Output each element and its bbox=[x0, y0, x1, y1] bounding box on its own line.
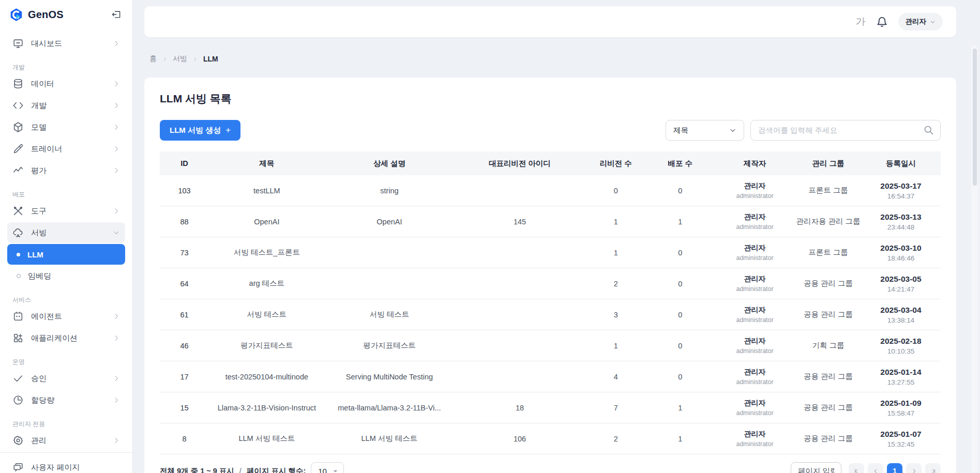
cell-deploy-count: 0 bbox=[646, 330, 714, 361]
chevron-right-icon bbox=[911, 468, 917, 473]
cell-deploy-count: 0 bbox=[646, 361, 714, 392]
sidebar-item-user-page[interactable]: 사용자 페이지 bbox=[7, 457, 125, 473]
previous-page-button[interactable] bbox=[868, 463, 883, 473]
cell-deploy-count: 0 bbox=[646, 175, 714, 206]
chevron-right-icon bbox=[113, 124, 120, 131]
rows-per-page-select[interactable]: 10 bbox=[311, 462, 344, 473]
cell-id: 61 bbox=[160, 299, 209, 330]
table-header: ID 제목 상세 설명 대표리비전 아이디 리비전 수 배포 수 제작자 관리 … bbox=[160, 151, 941, 175]
chevron-right-icon bbox=[113, 334, 120, 342]
notification-bell-icon[interactable] bbox=[876, 16, 888, 28]
table-row[interactable]: 103 testLLM string 0 0 관리자administrator … bbox=[160, 175, 941, 206]
col-revision-id: 대표리비전 아이디 bbox=[454, 151, 585, 175]
sidebar-item-application[interactable]: 애플리케이션 bbox=[7, 328, 125, 348]
creator-name: 관리자 bbox=[744, 368, 766, 377]
page-title: LLM 서빙 목록 bbox=[160, 91, 941, 106]
table-row[interactable]: 61 서빙 테스트 서빙 테스트 3 0 관리자administrator 공용… bbox=[160, 299, 941, 330]
cell-revision-id bbox=[454, 175, 585, 206]
divider-slash: / bbox=[239, 467, 242, 473]
table-row[interactable]: 88 OpenAI OpenAI 145 1 1 관리자administrato… bbox=[160, 206, 941, 237]
search-field-select[interactable]: 제목 bbox=[666, 120, 744, 141]
cell-revision-id: 145 bbox=[454, 206, 585, 237]
sidebar-menu: 대시보드 개발 데이터 개발 모델 트레이너 평가 bbox=[0, 29, 132, 473]
table-row[interactable]: 8 LLM 서빙 테스트 LLM 서빙 테스트 106 2 1 관리자admin… bbox=[160, 423, 941, 454]
sidebar-item-label: 도구 bbox=[31, 206, 105, 216]
registered-date: 2025-03-13 bbox=[880, 212, 921, 222]
cell-deploy-count: 0 bbox=[646, 268, 714, 299]
registered-time: 13:38:14 bbox=[887, 316, 915, 324]
page-number-input[interactable] bbox=[791, 462, 841, 473]
table-row[interactable]: 73 서빙 테스트_프론트 1 0 관리자administrator 프론트 그… bbox=[160, 237, 941, 268]
sidebar-item-tools[interactable]: 도구 bbox=[7, 201, 125, 221]
sidebar-item-dashboard[interactable]: 대시보드 bbox=[7, 33, 125, 54]
creator-id: administrator bbox=[736, 409, 773, 417]
chevron-right-icon bbox=[192, 56, 198, 62]
creator-name: 관리자 bbox=[744, 212, 766, 222]
sidebar-subitem-llm[interactable]: LLM bbox=[7, 244, 125, 265]
sidebar-item-data[interactable]: 데이터 bbox=[7, 73, 125, 94]
cell-title: test-20250104-multinode bbox=[209, 361, 324, 392]
cell-deploy-count: 1 bbox=[646, 423, 714, 454]
cell-revision-count: 2 bbox=[585, 268, 646, 299]
font-size-toggle[interactable]: 가 bbox=[856, 15, 866, 28]
sidebar-item-agent[interactable]: 에이전트 bbox=[7, 306, 125, 327]
creator-name: 관리자 bbox=[744, 306, 766, 315]
table-footer: 전체 9개 중 1 ~ 9 표시 / 페이지 표시 행수: 10 1 bbox=[160, 462, 941, 473]
next-page-button[interactable] bbox=[906, 463, 922, 473]
table-row[interactable]: 46 평가지표테스트 평가지표테스트 1 0 관리자administrator … bbox=[160, 330, 941, 361]
cell-description: meta-llama/Llama-3.2-11B-Vi... bbox=[325, 392, 455, 423]
toolbar: LLM 서빙 생성 + 제목 bbox=[160, 120, 941, 141]
sidebar-collapse-button[interactable] bbox=[110, 8, 123, 21]
breadcrumb: 홈 서빙 LLM bbox=[149, 54, 956, 64]
registered-time: 18:46:46 bbox=[887, 254, 915, 262]
sidebar-item-admin[interactable]: 관리 bbox=[7, 430, 125, 451]
page-1-button[interactable]: 1 bbox=[887, 463, 902, 473]
breadcrumb-home[interactable]: 홈 bbox=[149, 54, 157, 64]
cell-creator: 관리자administrator bbox=[714, 237, 795, 268]
cell-revision-id: 106 bbox=[454, 423, 585, 454]
creator-name: 관리자 bbox=[744, 430, 766, 439]
sidebar: GenOS 대시보드 개발 데이터 개발 모델 bbox=[0, 0, 133, 473]
apps-icon bbox=[12, 332, 24, 344]
table-row[interactable]: 15 Llama-3.2-11B-Vision-Instruct meta-ll… bbox=[160, 392, 941, 423]
tools-icon bbox=[12, 205, 24, 217]
user-menu[interactable]: 관리자 bbox=[898, 13, 943, 30]
cell-description: Serving MultiNode Testing bbox=[325, 361, 455, 392]
chevron-right-icon bbox=[113, 80, 120, 87]
sidebar-item-quota[interactable]: 할당량 bbox=[7, 390, 125, 410]
cell-registered: 2025-01-0715:32:45 bbox=[861, 423, 941, 454]
cell-registered: 2025-01-1413:27:55 bbox=[861, 361, 941, 392]
cell-deploy-count: 1 bbox=[646, 392, 714, 423]
cell-title: LLM 서빙 테스트 bbox=[209, 423, 324, 454]
page-scrollbar[interactable] bbox=[971, 45, 978, 473]
sidebar-item-label: 데이터 bbox=[31, 79, 105, 89]
database-icon bbox=[12, 78, 24, 89]
col-id: ID bbox=[160, 151, 209, 175]
last-page-button[interactable] bbox=[925, 463, 941, 473]
active-bullet-icon bbox=[17, 253, 20, 256]
search-input[interactable] bbox=[750, 120, 941, 141]
sidebar-item-develop[interactable]: 개발 bbox=[7, 95, 125, 116]
search-icon[interactable] bbox=[923, 125, 934, 135]
sidebar-subitem-embedding[interactable]: 임베딩 bbox=[7, 266, 125, 286]
cell-title: 서빙 테스트 bbox=[209, 299, 324, 330]
sidebar-item-approval[interactable]: 승인 bbox=[7, 368, 125, 389]
sidebar-item-label: 에이전트 bbox=[31, 312, 105, 322]
cell-creator: 관리자administrator bbox=[714, 206, 795, 237]
registered-time: 15:58:47 bbox=[887, 409, 915, 417]
table-row[interactable]: 64 arg 테스트 2 0 관리자administrator 공용 관리 그룹… bbox=[160, 268, 941, 299]
sidebar-item-serving[interactable]: 서빙 bbox=[7, 222, 125, 243]
col-registered: 등록일시 bbox=[861, 151, 941, 175]
sidebar-item-evaluation[interactable]: 평가 bbox=[7, 160, 125, 181]
sidebar-item-trainer[interactable]: 트레이너 bbox=[7, 139, 125, 159]
cell-group: 관리자용 관리 그룹 bbox=[795, 206, 861, 237]
scrollbar-thumb[interactable] bbox=[973, 49, 977, 186]
table-row[interactable]: 17 test-20250104-multinode Serving Multi… bbox=[160, 361, 941, 392]
create-llm-serving-button[interactable]: LLM 서빙 생성 + bbox=[160, 120, 240, 141]
llm-serving-card: LLM 서빙 목록 LLM 서빙 생성 + 제목 ID 제목 bbox=[144, 78, 956, 473]
sidebar-item-model[interactable]: 모델 bbox=[7, 117, 125, 138]
creator-name: 관리자 bbox=[744, 181, 766, 191]
first-page-button[interactable] bbox=[849, 463, 864, 473]
breadcrumb-serving[interactable]: 서빙 bbox=[173, 54, 187, 64]
creator-name: 관리자 bbox=[744, 274, 766, 284]
